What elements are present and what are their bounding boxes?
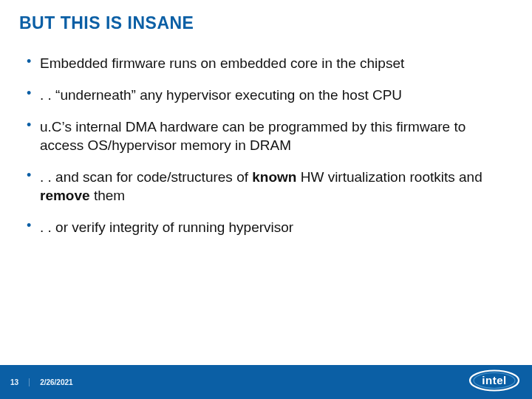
svg-text:intel: intel [482, 374, 506, 386]
slide: BUT THIS IS INSANE Embedded firmware run… [0, 0, 532, 399]
bullet-bold: known [252, 169, 296, 185]
bullet-list: Embedded firmware runs on embedded core … [24, 54, 502, 237]
footer-date: 2/26/2021 [30, 378, 73, 386]
list-item: . . or verify integrity of running hyper… [24, 218, 502, 236]
bullet-text: u.C’s internal DMA hardware can be progr… [40, 119, 466, 153]
bullet-text: them [90, 188, 126, 203]
list-item: . . and scan for code/structures of know… [24, 168, 502, 205]
bullet-text: . . “underneath” any hypervisor executin… [40, 87, 402, 103]
list-item: Embedded firmware runs on embedded core … [24, 54, 502, 72]
slide-title: BUT THIS IS INSANE [0, 0, 532, 41]
list-item: u.C’s internal DMA hardware can be progr… [24, 117, 502, 154]
bullet-text: . . and scan for code/structures of [40, 169, 252, 185]
bullet-text: . . or verify integrity of running hyper… [40, 219, 293, 235]
list-item: . . “underneath” any hypervisor executin… [24, 86, 502, 104]
page-number: 13 [10, 378, 30, 386]
bullet-bold: remove [40, 188, 90, 203]
bullet-text: Embedded firmware runs on embedded core … [40, 55, 404, 71]
slide-body: Embedded firmware runs on embedded core … [0, 41, 532, 365]
footer-bar: 13 2/26/2021 intel [0, 365, 532, 399]
intel-logo-icon: intel [468, 369, 520, 395]
bullet-text: HW virtualization rootkits and [296, 169, 482, 185]
